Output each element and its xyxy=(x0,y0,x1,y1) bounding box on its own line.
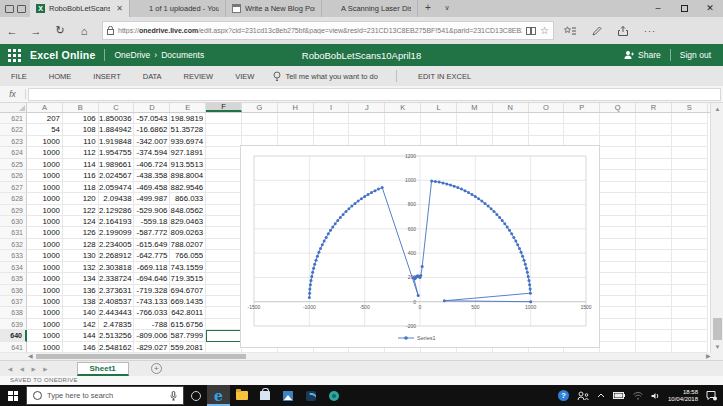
cell-S622[interactable] xyxy=(672,124,708,135)
cell-F630[interactable] xyxy=(206,216,242,227)
column-header-Q[interactable]: Q xyxy=(600,103,636,112)
minimize-button[interactable]: – xyxy=(645,0,671,17)
browser-tab-3[interactable]: Write a New Blog Post | ele xyxy=(226,0,322,17)
cell-D634[interactable]: -669.118 xyxy=(134,262,170,273)
column-header-O[interactable]: O xyxy=(529,103,565,112)
cell-E623[interactable]: 939.6974 xyxy=(170,136,206,147)
cell-B628[interactable]: 120 xyxy=(63,193,99,204)
cell-E637[interactable]: 669.1435 xyxy=(170,296,206,307)
row-header-622[interactable]: 622 xyxy=(0,124,27,135)
cell-R633[interactable] xyxy=(636,250,672,261)
cell-E635[interactable]: 719.3515 xyxy=(170,273,206,284)
cell-C630[interactable]: 2.164193 xyxy=(99,216,135,227)
cell-P621[interactable] xyxy=(564,113,600,124)
cell-F636[interactable] xyxy=(206,285,242,296)
cell-B627[interactable]: 118 xyxy=(63,182,99,193)
cell-D623[interactable]: -342.007 xyxy=(134,136,170,147)
column-header-G[interactable]: G xyxy=(242,103,278,112)
cell-R636[interactable] xyxy=(636,285,672,296)
cell-F622[interactable] xyxy=(206,124,242,135)
cell-F626[interactable] xyxy=(206,170,242,181)
cell-R624[interactable] xyxy=(636,147,672,158)
cell-A621[interactable]: 207 xyxy=(27,113,63,124)
cell-S633[interactable] xyxy=(672,250,708,261)
action-center-icon[interactable] xyxy=(706,390,717,401)
wifi-icon[interactable] xyxy=(633,392,643,400)
cell-N621[interactable] xyxy=(493,113,529,124)
cell-S632[interactable] xyxy=(672,239,708,250)
column-header-E[interactable]: E xyxy=(170,103,206,112)
sheet-tab-sheet1[interactable]: Sheet1 xyxy=(77,362,129,376)
cell-Q632[interactable] xyxy=(600,239,636,250)
cell-R629[interactable] xyxy=(636,205,672,216)
cell-Q635[interactable] xyxy=(600,273,636,284)
cell-F633[interactable] xyxy=(206,250,242,261)
cell-F638[interactable] xyxy=(206,307,242,318)
cell-A626[interactable]: 1000 xyxy=(27,170,63,181)
taskbar-photos-button[interactable] xyxy=(276,385,299,406)
row-header-627[interactable]: 627 xyxy=(0,182,27,193)
cell-Q638[interactable] xyxy=(600,307,636,318)
cell-D632[interactable]: -615.649 xyxy=(134,239,170,250)
cell-E632[interactable]: 788.0207 xyxy=(170,239,206,250)
column-header-F[interactable]: F xyxy=(206,103,242,112)
cell-E634[interactable]: 743.1559 xyxy=(170,262,206,273)
cell-C624[interactable]: 1.954755 xyxy=(99,147,135,158)
browser-tab-4[interactable]: A Scanning Laser Distance S xyxy=(322,0,418,17)
row-header-626[interactable]: 626 xyxy=(0,170,27,181)
tray-chevron-up-icon[interactable] xyxy=(597,393,605,398)
cell-D639[interactable]: -788 xyxy=(134,319,170,330)
row-header-630[interactable]: 630 xyxy=(0,216,27,227)
cell-S634[interactable] xyxy=(672,262,708,273)
maximize-button[interactable] xyxy=(671,0,697,17)
refresh-button[interactable]: ↻ xyxy=(48,24,72,37)
select-all-corner[interactable] xyxy=(0,103,27,112)
cell-D638[interactable]: -766.033 xyxy=(134,307,170,318)
cell-F621[interactable] xyxy=(206,113,242,124)
cell-C626[interactable]: 2.024567 xyxy=(99,170,135,181)
taskbar-clock[interactable]: 18:58 10/04/2018 xyxy=(668,389,698,403)
cell-B623[interactable]: 110 xyxy=(63,136,99,147)
cell-H622[interactable] xyxy=(278,124,314,135)
start-button[interactable] xyxy=(0,385,26,406)
tab-preview-chevron-icon[interactable]: ∨ xyxy=(438,0,456,17)
cell-S641[interactable] xyxy=(672,342,708,353)
cell-B632[interactable]: 128 xyxy=(63,239,99,250)
cell-F631[interactable] xyxy=(206,227,242,238)
cell-B624[interactable]: 112 xyxy=(63,147,99,158)
cell-S640[interactable] xyxy=(672,330,708,341)
cell-R625[interactable] xyxy=(636,159,672,170)
row-header-631[interactable]: 631 xyxy=(0,227,27,238)
cell-Q630[interactable] xyxy=(600,216,636,227)
row-header-628[interactable]: 628 xyxy=(0,193,27,204)
cell-R639[interactable] xyxy=(636,319,672,330)
cell-E640[interactable]: 587.7999 xyxy=(170,330,206,341)
home-button[interactable]: ⌂ xyxy=(72,25,96,37)
back-button[interactable]: ← xyxy=(0,25,24,37)
cell-B639[interactable]: 142 xyxy=(63,319,99,330)
app-launcher-waffle-icon[interactable] xyxy=(8,49,21,62)
cell-R630[interactable] xyxy=(636,216,672,227)
cell-F628[interactable] xyxy=(206,193,242,204)
cell-D624[interactable]: -374.594 xyxy=(134,147,170,158)
cell-R634[interactable] xyxy=(636,262,672,273)
cell-D622[interactable]: -16.6862 xyxy=(134,124,170,135)
taskbar-camera-button[interactable] xyxy=(322,385,345,406)
cell-B625[interactable]: 114 xyxy=(63,159,99,170)
volume-icon[interactable] xyxy=(651,392,660,400)
cell-E641[interactable]: 559.2081 xyxy=(170,342,206,353)
cell-D635[interactable]: -694.646 xyxy=(134,273,170,284)
vertical-scroll-thumb[interactable] xyxy=(713,318,722,340)
row-header-623[interactable]: 623 xyxy=(0,136,27,147)
column-header-A[interactable]: A xyxy=(27,103,63,112)
breadcrumb-onedrive[interactable]: OneDrive xyxy=(114,50,150,60)
get-help-icon[interactable]: ? xyxy=(558,390,569,401)
row-header-641[interactable]: 641 xyxy=(0,342,27,353)
cell-A634[interactable]: 1000 xyxy=(27,262,63,273)
menu-insert[interactable]: INSERT xyxy=(82,72,131,81)
row-header-625[interactable]: 625 xyxy=(0,159,27,170)
taskbar-file-explorer-button[interactable] xyxy=(230,385,253,406)
cell-S626[interactable] xyxy=(672,170,708,181)
cell-S637[interactable] xyxy=(672,296,708,307)
horizontal-scrollbar[interactable]: ◀ ▶ xyxy=(0,353,723,360)
